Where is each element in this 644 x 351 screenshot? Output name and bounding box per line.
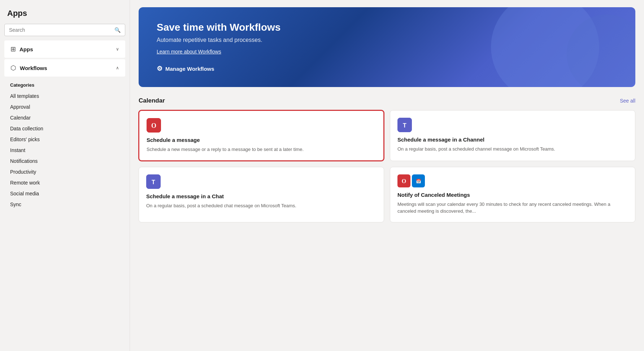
multi-icon-container: O 📅 [397,174,628,187]
sidebar: Apps 🔍 ⊞ Apps ∨ ⬡ Workflows ∧ Categories… [0,0,130,351]
card-schedule-message-title: Schedule a message [147,137,376,143]
workflow-cards-grid: O Schedule a message Schedule a new mess… [139,110,635,222]
card-notify-cancelled-title: Notify of Canceled Meetings [397,192,628,198]
calendar-icon-small: 📅 [412,174,425,187]
category-social-media[interactable]: Social media [7,188,122,199]
teams-icon-container: T [397,118,412,132]
sidebar-item-workflows[interactable]: ⬡ Workflows ∧ [4,59,125,77]
see-all-link[interactable]: See all [620,98,635,104]
hero-learn-more-link[interactable]: Learn more about Workflows [157,49,221,55]
search-box[interactable]: 🔍 [4,24,125,36]
card-schedule-channel-desc: On a regular basis, post a scheduled cha… [397,146,628,153]
category-approval[interactable]: Approval [7,101,122,112]
grid-icon: ⊞ [10,45,16,53]
sidebar-title: Apps [4,6,125,24]
card-schedule-channel-title: Schedule a message in a Channel [397,136,628,143]
category-sync[interactable]: Sync [7,199,122,210]
office-icon-small: O [397,174,410,187]
hero-title: Save time with Workflows [157,22,617,33]
svg-text:📅: 📅 [416,178,421,184]
card-schedule-message-desc: Schedule a new message or a reply to a m… [147,146,376,153]
svg-text:O: O [151,122,156,129]
category-instant[interactable]: Instant [7,145,122,156]
card-notify-cancelled[interactable]: O 📅 Notify of Canceled Meetings Meetings… [390,167,635,222]
office-icon-container: O [147,118,161,133]
chevron-down-icon: ∨ [116,47,119,52]
card-schedule-channel[interactable]: T Schedule a message in a Channel On a r… [390,110,635,161]
svg-text:O: O [402,178,406,184]
teams-chat-icon: T [146,174,161,189]
card-notify-cancelled-desc: Meetings will scan your calendar every 3… [397,201,628,215]
manage-workflows-button[interactable]: ⚙ Manage Workflows [157,65,214,73]
card-schedule-chat-desc: On a regular basis, post a scheduled cha… [146,202,377,209]
teams-chat-icon-container: T [146,174,161,189]
nav-section-apps: ⊞ Apps ∨ ⬡ Workflows ∧ [4,40,125,77]
category-notifications[interactable]: Notifications [7,156,122,166]
gear-icon: ⚙ [157,65,162,73]
card-schedule-chat[interactable]: T Schedule a message in a Chat On a regu… [139,167,384,222]
hero-subtitle: Automate repetitive tasks and processes. [157,37,617,43]
search-input[interactable] [9,27,114,33]
category-editors-picks[interactable]: Editors' picks [7,134,122,145]
teams-icon: T [397,118,412,132]
manage-workflows-label: Manage Workflows [165,66,214,72]
card-schedule-message[interactable]: O Schedule a message Schedule a new mess… [139,110,384,161]
office-icon: O [147,118,161,133]
chevron-up-icon: ∧ [116,65,119,70]
apps-label: Apps [19,46,33,52]
svg-text:T: T [403,122,406,129]
category-all-templates[interactable]: All templates [7,91,122,101]
card-schedule-chat-title: Schedule a message in a Chat [146,193,377,199]
calendar-section-header: Calendar See all [139,97,635,104]
category-calendar[interactable]: Calendar [7,112,122,123]
categories-title: Categories [7,82,122,88]
svg-text:T: T [152,179,155,185]
category-productivity[interactable]: Productivity [7,166,122,177]
sidebar-item-apps[interactable]: ⊞ Apps ∨ [4,40,125,58]
calendar-section-title: Calendar [139,97,165,104]
share-icon: ⬡ [10,64,16,72]
main-content: Save time with Workflows Automate repeti… [130,0,644,351]
categories-section: Categories All templates Approval Calend… [4,78,125,213]
search-icon: 🔍 [114,27,121,33]
workflows-label: Workflows [20,65,47,71]
hero-banner: Save time with Workflows Automate repeti… [139,7,635,87]
category-data-collection[interactable]: Data collection [7,123,122,134]
category-remote-work[interactable]: Remote work [7,177,122,188]
